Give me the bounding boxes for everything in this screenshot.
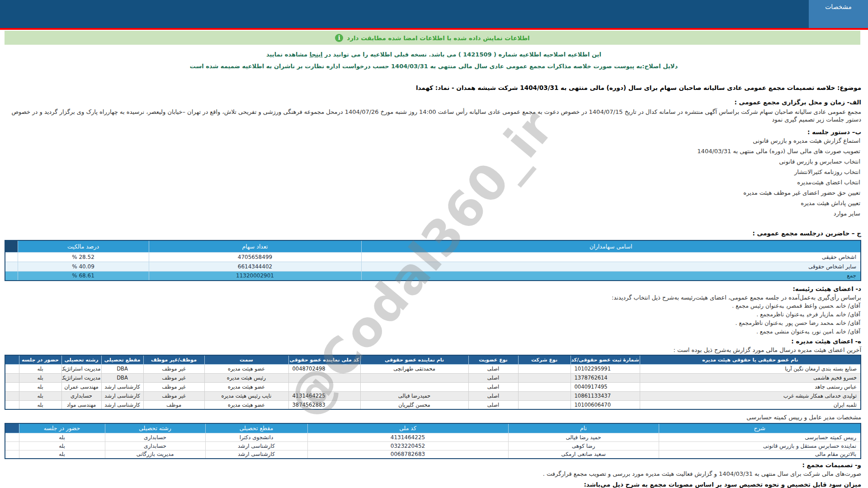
col-ownership-percent: درصد مالکیت [18, 240, 149, 252]
description: نماینده حسابرس مستقل و بازرس قانونی [659, 441, 861, 450]
codal-announcement-page: مشخصات اطلاعات نمایش داده شده با اطلاعات… [0, 0, 868, 488]
agenda-item: انتخاب حسابرس و بازرس قانونی [6, 158, 860, 165]
presence: بله [19, 364, 61, 373]
member-name: تلمبه ایران [640, 400, 861, 409]
table-row: رییس کمیته حسابرسی حمید رضا فیالی 413146… [5, 433, 861, 441]
field: حسابداری [105, 433, 205, 441]
col-field: رشته تحصیلی [105, 423, 205, 433]
correction-notice: این اطلاعیه اصلاحیه اطلاعیه شماره ( 1421… [6, 51, 861, 58]
col-share-count: تعداد سهام [149, 240, 361, 252]
blank-cell [5, 433, 19, 441]
position: عضو هیئت مدیره [204, 364, 288, 373]
chair-prefix: آقای/ خانم [836, 319, 860, 326]
degree: کارشناسی ارشد [101, 391, 143, 400]
blank-cell [5, 373, 19, 382]
chair-prefix: آقای/ خانم [836, 302, 860, 309]
position: نایب رئیس هیئت مدیره [204, 391, 288, 400]
agenda-item: استماع گزارش هیئت مدیره و بازرس قانونی [6, 137, 860, 145]
col-membership-type: نوع عضویت [468, 355, 518, 364]
previous-version-link[interactable]: اینجا [310, 51, 323, 58]
management-table: شرح نام کد ملی مقطع تحصیلی رشته تحصیلی ح… [5, 423, 861, 459]
chair-name: امین نوری [812, 328, 833, 335]
national-id: 0068782683 [307, 450, 508, 459]
col-degree: مقطع تحصیلی [101, 355, 143, 364]
table-row: صنایع بسته بندی ارمغان نگین آریا 1010229… [5, 364, 861, 373]
degree: کارشناسی ارشد [205, 441, 307, 450]
col-position: سمت [204, 355, 288, 364]
attendees-title: ج – حاضرین درجلسه مجمع عمومی : [6, 229, 861, 237]
share-count: 6614344402 [149, 262, 361, 271]
table-row: عباس رستمی جاهد 0040917495 اصلی عضو هیئت… [5, 382, 861, 391]
membership-type: اصلی [468, 400, 518, 409]
presence: بله [19, 382, 61, 391]
presidium-member: آقای/ خانمحسین واعظ قمصریبه‌عنوان رئیس م… [6, 302, 860, 310]
main-content: این اطلاعیه اصلاحیه اطلاعیه شماره ( 1421… [0, 51, 868, 488]
table-row: خسرو فخیم هاشمی 1378762614 اصلی رئیس هیئ… [5, 373, 861, 382]
presidium-member: آقای/ خانممحمد رضا حسن پوربه‌عنوان ناظرم… [6, 319, 860, 327]
field: حسابداری [61, 391, 101, 400]
agenda-item: تصویب صورت های مالی سال (دوره) مالی منته… [6, 147, 860, 155]
board-header-row: نام عضو حقیقی یا حقوقی هیئت مدیره شمارۀ … [5, 355, 861, 364]
field: حسابداری [105, 441, 205, 450]
rep-name: حمیدرضا فیالی [360, 391, 468, 400]
presence: بله [19, 400, 61, 409]
presence: بله [19, 450, 105, 459]
presence: بله [19, 433, 105, 441]
membership-type: اصلی [468, 373, 518, 382]
rep-national-id [288, 382, 360, 391]
person-name: حمید رضا فیالی [508, 433, 659, 441]
chair-role: به‌عنوان ناظرمجمع . [756, 311, 804, 318]
rep-national-id: 3874562883 [288, 400, 360, 409]
duty: غیر موظف [143, 373, 204, 382]
rep-name: محسن گلپریان [360, 400, 468, 409]
company-type [518, 400, 571, 409]
correction-notice-post: مشاهده نمایید [266, 51, 310, 58]
agenda-item: انتخاب روزنامه کثیرالانتشار [6, 168, 860, 176]
signature-match-alert: اطلاعات نمایش داده شده با اطلاعات امضا ش… [5, 31, 860, 45]
membership-type: اصلی [468, 391, 518, 400]
management-header-row: شرح نام کد ملی مقطع تحصیلی رشته تحصیلی ح… [5, 423, 861, 433]
section-a-body: مجمع عمومی عادی سالیانه صاحبان سهام شرکت… [6, 108, 861, 123]
presence: بله [19, 391, 61, 400]
top-header-bar: مشخصات [0, 0, 868, 28]
company-type [518, 364, 571, 373]
correction-reason: دلایل اصلاح:به پیوست صورت خلاصه مذاکرات … [6, 62, 861, 70]
col-duty: موظف/غیر موظف [143, 355, 204, 364]
col-name: نام [508, 423, 659, 433]
board-members-table: نام عضو حقیقی یا حقوقی هیئت مدیره شمارۀ … [5, 355, 861, 410]
member-name: عباس رستمی جاهد [640, 382, 861, 391]
agenda-item: تعیین پاداش هیئت مدیره [6, 199, 860, 207]
blank-cell [5, 262, 18, 271]
agenda-item: انتخاب اعضای هیئت‌مدیره [6, 178, 860, 186]
total-row: جمع 11320002901 % 68.61 [5, 271, 861, 281]
rep-national-id [288, 373, 360, 382]
section-a-title: الف- زمان و محل برگزاری مجمع عمومی : [6, 98, 861, 106]
ownership-percent: % 40.09 [18, 262, 149, 271]
total-label: جمع [361, 271, 861, 281]
subject-line: موضوع: خلاصه تصمیمات مجمع عمومی عادی سال… [6, 84, 861, 92]
company-type [518, 373, 571, 382]
tab-specifications[interactable]: مشخصات [809, 0, 868, 28]
company-type [518, 382, 571, 391]
chair-role: به‌عنوان منشی مجمع . [756, 328, 809, 335]
presence: بله [19, 441, 105, 450]
presidium-list: آقای/ خانمحسین واعظ قمصریبه‌عنوان رئیس م… [6, 302, 861, 335]
table-row: تلمبه ایران 10100606470 اصلی محسن گلپریا… [5, 400, 861, 409]
degree: DBA [101, 373, 143, 382]
degree: کارشناسی ارشد [205, 450, 307, 459]
member-name: خسرو فخیم هاشمی [640, 373, 861, 382]
member-name: تولیدی خدماتی همکار شیشه غرب [640, 391, 861, 400]
reg-number: 1378762614 [571, 373, 640, 382]
col-blank [5, 355, 19, 364]
col-description: شرح [659, 423, 861, 433]
reg-number: 10100606470 [571, 400, 640, 409]
member-name: صنایع بسته بندی ارمغان نگین آریا [640, 364, 861, 373]
attendees-header-row: اسامی سهامداران تعداد سهام درصد مالکیت [5, 240, 861, 252]
position: رئیس هیئت مدیره [204, 373, 288, 382]
chair-role: به‌عنوان رئیس مجمع . [732, 302, 784, 309]
col-member-name: نام عضو حقیقی یا حقوقی هیئت مدیره [640, 355, 861, 364]
description: بالاترین مقام مالی [659, 450, 861, 459]
presidium-member: آقای/ خانممازیار فرخیبه‌عنوان ناظرمجمع . [6, 311, 860, 318]
decisions-title: و- تصمیمات مجمع : [6, 461, 861, 469]
board-intro: آخرین اعضای هیئت مدیره درسال مالی مورد گ… [6, 346, 861, 354]
